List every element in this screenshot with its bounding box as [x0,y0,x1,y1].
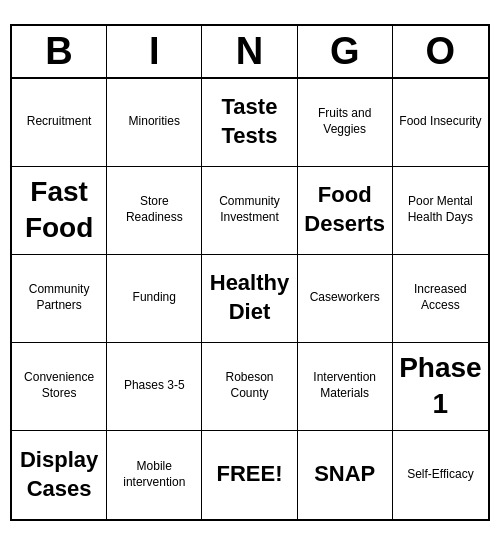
header-letter: N [202,26,297,77]
bingo-cell: FREE! [202,431,297,519]
bingo-cell: Food Insecurity [393,79,488,167]
bingo-cell: Healthy Diet [202,255,297,343]
bingo-cell: Minorities [107,79,202,167]
bingo-cell: Self-Efficacy [393,431,488,519]
header-letter: G [298,26,393,77]
bingo-cell: Funding [107,255,202,343]
bingo-cell: Recruitment [12,79,107,167]
bingo-cell: Community Partners [12,255,107,343]
bingo-cell: Taste Tests [202,79,297,167]
bingo-grid: RecruitmentMinoritiesTaste TestsFruits a… [12,79,488,519]
bingo-cell: Food Deserts [298,167,393,255]
bingo-cell: Intervention Materials [298,343,393,431]
bingo-cell: Phase 1 [393,343,488,431]
bingo-cell: SNAP [298,431,393,519]
bingo-cell: Display Cases [12,431,107,519]
header-letter: I [107,26,202,77]
bingo-cell: Fruits and Veggies [298,79,393,167]
bingo-cell: Mobile intervention [107,431,202,519]
bingo-cell: Phases 3-5 [107,343,202,431]
bingo-cell: Store Readiness [107,167,202,255]
bingo-cell: Convenience Stores [12,343,107,431]
bingo-cell: Community Investment [202,167,297,255]
bingo-cell: Robeson County [202,343,297,431]
bingo-cell: Poor Mental Health Days [393,167,488,255]
bingo-cell: Fast Food [12,167,107,255]
bingo-card: BINGO RecruitmentMinoritiesTaste TestsFr… [10,24,490,521]
bingo-cell: Increased Access [393,255,488,343]
header-letter: O [393,26,488,77]
bingo-header: BINGO [12,26,488,79]
bingo-cell: Caseworkers [298,255,393,343]
header-letter: B [12,26,107,77]
